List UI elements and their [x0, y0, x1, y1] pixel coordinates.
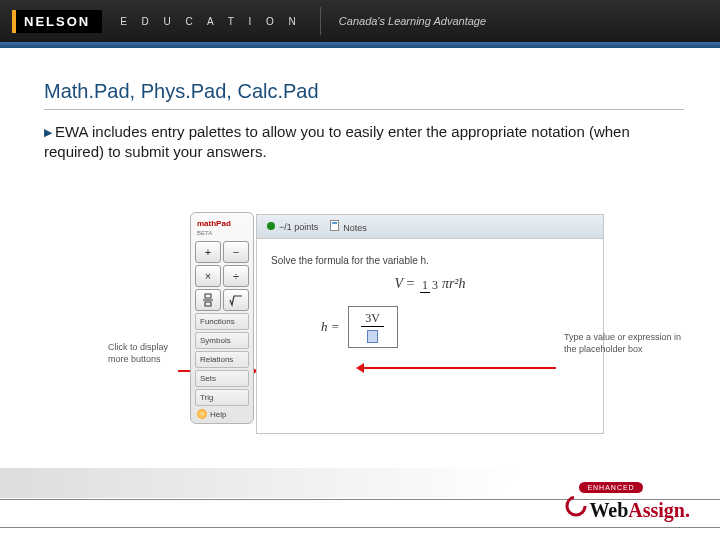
cat-sets[interactable]: Sets — [195, 370, 249, 387]
points-text: −/1 points — [279, 222, 318, 232]
frac-num: 1 — [420, 278, 430, 293]
points-indicator: −/1 points — [267, 222, 318, 232]
plus-button[interactable]: + — [195, 241, 221, 263]
help-icon — [197, 409, 207, 419]
help-label: Help — [210, 410, 226, 419]
slide-title: Math.Pad, Phys.Pad, Calc.Pad — [44, 80, 720, 103]
footer-shape — [0, 468, 520, 498]
callout-left: Click to display more buttons — [108, 342, 188, 365]
figure: Click to display more buttons mathPad BE… — [108, 212, 624, 450]
workarea-panel: −/1 points Notes Solve the formula for t… — [256, 214, 604, 434]
footer-line-bottom — [0, 527, 720, 528]
arrow-right-icon — [356, 362, 556, 374]
header-bar: NELSON E D U C A T I O N Canada's Learni… — [0, 0, 720, 42]
svg-point-7 — [567, 497, 585, 515]
callout-right: Type a value or expression in the placeh… — [564, 332, 684, 355]
divide-button[interactable]: ÷ — [223, 265, 249, 287]
logo-web: Web — [589, 499, 628, 522]
svg-marker-5 — [356, 363, 364, 373]
brand-box: NELSON — [12, 10, 102, 33]
answer-input[interactable]: 3V — [348, 306, 398, 348]
logo-assign: Assign. — [628, 499, 690, 522]
mathpad-name: mathPad — [197, 219, 231, 228]
formula-eq: = — [406, 276, 414, 291]
mathpad-palette: mathPad BETA + − × ÷ Functions Symbols R… — [190, 212, 254, 424]
page-icon — [330, 220, 339, 231]
bullet-text: ▶EWA includes entry palettes to allow yo… — [0, 110, 720, 163]
tagline: Canada's Learning Advantage — [339, 15, 486, 27]
question-prompt: Solve the formula for the variable h. — [271, 255, 589, 266]
cat-trig[interactable]: Trig — [195, 389, 249, 406]
mathpad-title: mathPad BETA — [195, 217, 249, 241]
svg-rect-2 — [205, 294, 211, 298]
cat-relations[interactable]: Relations — [195, 351, 249, 368]
help-link[interactable]: Help — [195, 406, 249, 419]
sqrt-button[interactable] — [223, 289, 249, 311]
notes-label: Notes — [343, 223, 367, 233]
answer-label: h = — [321, 319, 340, 335]
bullet-content: EWA includes entry palettes to allow you… — [44, 123, 630, 160]
cat-functions[interactable]: Functions — [195, 313, 249, 330]
fraction-button[interactable] — [195, 289, 221, 311]
swoosh-icon — [565, 495, 587, 517]
header-divider — [320, 7, 321, 35]
minus-button[interactable]: − — [223, 241, 249, 263]
times-button[interactable]: × — [195, 265, 221, 287]
enhanced-pill: ENHANCED — [579, 482, 642, 493]
status-dot-icon — [267, 222, 275, 230]
mathpad-beta: BETA — [197, 230, 212, 236]
svg-rect-4 — [205, 302, 211, 306]
notes-link[interactable]: Notes — [330, 220, 367, 233]
webassign-logo: ENHANCED WebAssign. — [565, 482, 690, 522]
formula-rhs: πr²h — [442, 276, 466, 291]
formula-lhs: V — [394, 276, 403, 291]
edu-label: E D U C A T I O N — [120, 16, 302, 27]
answer-numerator: 3V — [361, 311, 384, 327]
frac-den: 3 — [430, 278, 440, 292]
cat-symbols[interactable]: Symbols — [195, 332, 249, 349]
workarea-toolbar: −/1 points Notes — [257, 215, 603, 239]
formula-display: V = 13πr²h — [271, 276, 589, 292]
placeholder-box[interactable] — [367, 330, 378, 343]
bullet-caret-icon: ▶ — [44, 125, 52, 140]
